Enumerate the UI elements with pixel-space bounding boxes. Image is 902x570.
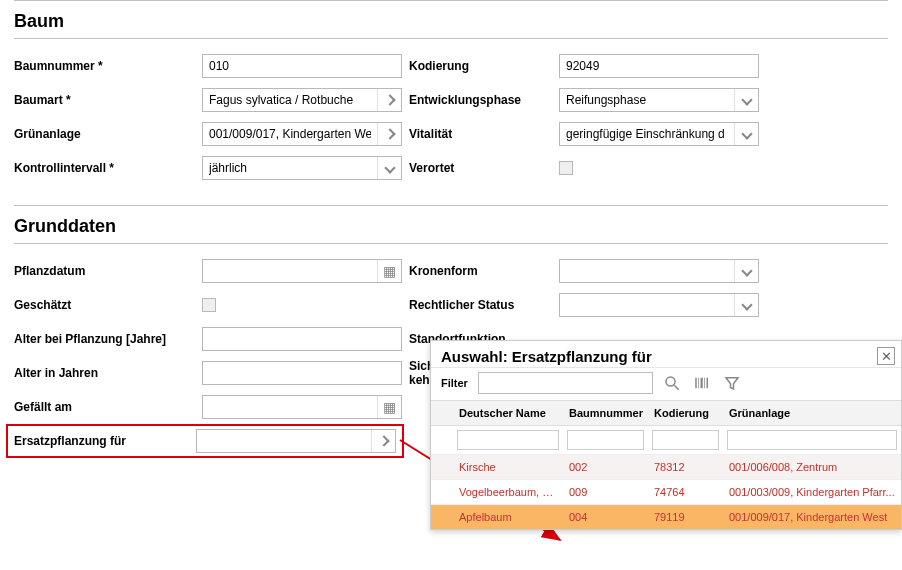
table-filter-row bbox=[431, 426, 901, 455]
select-kronenform[interactable] bbox=[559, 259, 759, 283]
label-baumart: Baumart * bbox=[14, 93, 202, 107]
label-kodierung: Kodierung bbox=[409, 59, 559, 73]
label-rechtlicher-status: Rechtlicher Status bbox=[409, 298, 559, 312]
checkbox-geschaetzt[interactable] bbox=[202, 298, 216, 312]
table-row[interactable]: Vogelbeerbaum, E... 009 74764 001/003/00… bbox=[431, 480, 901, 505]
input-gruenanlage[interactable] bbox=[203, 123, 377, 145]
svg-rect-7 bbox=[704, 378, 705, 389]
chevron-right-icon[interactable] bbox=[377, 89, 401, 111]
field-alter-jahren[interactable] bbox=[202, 361, 402, 385]
table-row[interactable]: Kirsche 002 78312 001/006/008, Zentrum bbox=[431, 455, 901, 480]
label-kontrollintervall: Kontrollintervall * bbox=[14, 161, 202, 175]
svg-line-3 bbox=[674, 385, 679, 390]
field-baumart[interactable] bbox=[202, 88, 402, 112]
input-rechtlicher-status[interactable] bbox=[560, 294, 734, 316]
cell-gruenanlage: 001/006/008, Zentrum bbox=[723, 455, 901, 480]
input-gefaellt-am[interactable] bbox=[203, 396, 377, 418]
cell-gruenanlage: 001/003/009, Kindergarten Pfarr... bbox=[723, 480, 901, 505]
input-alter-jahren[interactable] bbox=[203, 362, 401, 384]
chevron-down-icon[interactable] bbox=[734, 260, 758, 282]
input-kronenform[interactable] bbox=[560, 260, 734, 282]
cell-baumnummer: 009 bbox=[563, 480, 648, 505]
cell-kodierung: 78312 bbox=[648, 455, 723, 480]
cell-baumnummer: 004 bbox=[563, 505, 648, 530]
section-title-grunddaten: Grunddaten bbox=[14, 206, 888, 244]
select-kontrollintervall[interactable] bbox=[202, 156, 402, 180]
filter-baumnummer[interactable] bbox=[567, 430, 644, 450]
chevron-down-icon[interactable] bbox=[734, 89, 758, 111]
field-baumnummer[interactable] bbox=[202, 54, 402, 78]
filter-deutscher-name[interactable] bbox=[457, 430, 559, 450]
th-deutscher-name[interactable]: Deutscher Name bbox=[453, 401, 563, 426]
input-vitalitaet[interactable] bbox=[560, 123, 734, 145]
cell-gruenanlage: 001/009/017, Kindergarten West bbox=[723, 505, 901, 530]
label-baumnummer: Baumnummer * bbox=[14, 59, 202, 73]
chevron-down-icon[interactable] bbox=[377, 157, 401, 179]
label-ersatzpflanzung: Ersatzpflanzung für bbox=[14, 434, 196, 448]
table-header-row: Deutscher Name Baumnummer Kodierung Grün… bbox=[431, 401, 901, 426]
filter-input[interactable] bbox=[478, 372, 653, 394]
label-gefaellt-am: Gefällt am bbox=[14, 400, 202, 414]
input-entwicklungsphase[interactable] bbox=[560, 89, 734, 111]
field-alter-pflanzung[interactable] bbox=[202, 327, 402, 351]
calendar-icon[interactable]: ▦ bbox=[377, 260, 401, 282]
funnel-icon[interactable] bbox=[721, 372, 743, 394]
field-gruenanlage[interactable] bbox=[202, 122, 402, 146]
input-pflanzdatum[interactable] bbox=[203, 260, 377, 282]
svg-rect-6 bbox=[700, 378, 702, 389]
barcode-icon[interactable] bbox=[691, 372, 713, 394]
cell-name: Kirsche bbox=[453, 455, 563, 480]
th-gruenanlage[interactable]: Grünanlage bbox=[723, 401, 901, 426]
select-vitalitaet[interactable] bbox=[559, 122, 759, 146]
calendar-icon[interactable]: ▦ bbox=[377, 396, 401, 418]
label-alter-pflanzung: Alter bei Pflanzung [Jahre] bbox=[14, 332, 202, 346]
section-title-baum: Baum bbox=[14, 0, 888, 39]
label-vitalitaet: Vitalität bbox=[409, 127, 559, 141]
cell-name: Apfelbaum bbox=[453, 505, 563, 530]
chevron-right-icon[interactable] bbox=[371, 430, 395, 452]
label-entwicklungsphase: Entwicklungsphase bbox=[409, 93, 559, 107]
filter-kodierung[interactable] bbox=[652, 430, 719, 450]
field-pflanzdatum[interactable]: ▦ bbox=[202, 259, 402, 283]
cell-kodierung: 79119 bbox=[648, 505, 723, 530]
field-ersatzpflanzung[interactable] bbox=[196, 429, 396, 453]
input-ersatzpflanzung[interactable] bbox=[197, 430, 371, 452]
select-entwicklungsphase[interactable] bbox=[559, 88, 759, 112]
field-gefaellt-am[interactable]: ▦ bbox=[202, 395, 402, 419]
modal-title: Auswahl: Ersatzpflanzung für bbox=[441, 348, 652, 365]
label-pflanzdatum: Pflanzdatum bbox=[14, 264, 202, 278]
svg-rect-8 bbox=[706, 378, 708, 389]
input-kodierung[interactable] bbox=[560, 55, 758, 77]
chevron-right-icon[interactable] bbox=[377, 123, 401, 145]
table-row-selected[interactable]: Apfelbaum 004 79119 001/009/017, Kinderg… bbox=[431, 505, 901, 530]
checkbox-verortet[interactable] bbox=[559, 161, 573, 175]
select-rechtlicher-status[interactable] bbox=[559, 293, 759, 317]
input-alter-pflanzung[interactable] bbox=[203, 328, 401, 350]
label-verortet: Verortet bbox=[409, 161, 559, 175]
field-kodierung[interactable] bbox=[559, 54, 759, 78]
input-kontrollintervall[interactable] bbox=[203, 157, 377, 179]
svg-rect-4 bbox=[695, 378, 697, 389]
label-alter-jahren: Alter in Jahren bbox=[14, 366, 202, 380]
modal-auswahl: Auswahl: Ersatzpflanzung für ✕ Filter De… bbox=[430, 340, 902, 530]
highlight-ersatzpflanzung: Ersatzpflanzung für bbox=[6, 424, 404, 458]
label-gruenanlage: Grünanlage bbox=[14, 127, 202, 141]
results-table: Deutscher Name Baumnummer Kodierung Grün… bbox=[431, 400, 901, 529]
label-kronenform: Kronenform bbox=[409, 264, 559, 278]
chevron-down-icon[interactable] bbox=[734, 294, 758, 316]
svg-point-2 bbox=[666, 377, 675, 386]
th-kodierung[interactable]: Kodierung bbox=[648, 401, 723, 426]
close-icon[interactable]: ✕ bbox=[877, 347, 895, 365]
input-baumart[interactable] bbox=[203, 89, 377, 111]
chevron-down-icon[interactable] bbox=[734, 123, 758, 145]
cell-name: Vogelbeerbaum, E... bbox=[453, 480, 563, 505]
input-baumnummer[interactable] bbox=[203, 55, 401, 77]
cell-baumnummer: 002 bbox=[563, 455, 648, 480]
cell-kodierung: 74764 bbox=[648, 480, 723, 505]
filter-gruenanlage[interactable] bbox=[727, 430, 897, 450]
th-check bbox=[431, 401, 453, 426]
label-geschaetzt: Geschätzt bbox=[14, 298, 202, 312]
filter-label: Filter bbox=[441, 377, 468, 389]
search-icon[interactable] bbox=[661, 372, 683, 394]
th-baumnummer[interactable]: Baumnummer bbox=[563, 401, 648, 426]
